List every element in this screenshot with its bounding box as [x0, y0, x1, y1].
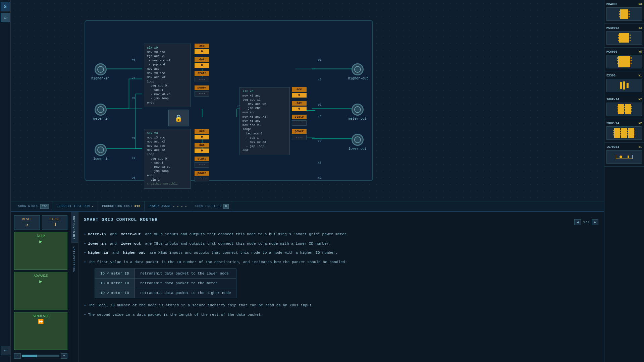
reset-button[interactable]: RESET ↺ — [14, 215, 40, 230]
step-button[interactable]: STEP ▶ — [14, 232, 67, 270]
200p14-name: 200P-14 — [606, 122, 619, 125]
info-bullets: meter-in and meter-out are XBus inputs a… — [84, 232, 598, 321]
dat-label-3: dat — [195, 143, 209, 147]
dx300-bar2 — [623, 81, 625, 89]
100p14-chip2 — [625, 104, 631, 114]
lc70g04-dot — [620, 156, 622, 158]
tab-information[interactable]: INFORMATION — [71, 212, 78, 242]
pause-icon: ⏸ — [52, 222, 57, 227]
power-label-1: power — [195, 85, 209, 90]
info-header: SMART GRID CONTROL ROUTER ◀ 1/1 ▶ — [84, 217, 598, 227]
table-cell-action-2: retransmit data packet to the meter — [135, 279, 236, 288]
mc4000x-name: MC4000X — [606, 26, 619, 30]
acc-value-1[interactable]: 0 — [195, 49, 209, 54]
acc-value-2[interactable]: 0 — [292, 93, 307, 98]
dx300-bar3 — [627, 83, 629, 88]
prev-page-button[interactable]: ◀ — [574, 219, 581, 225]
circuit-board: x0 x1 p0 x0 x1 p0 p1 p1 x3 x3 x3 x2 x2 x… — [85, 20, 373, 181]
show-wires-item[interactable]: SHOW WIRES TAB — [14, 201, 53, 211]
svg-text:x3: x3 — [318, 78, 322, 81]
table-cell-condition-3: ID > meter ID — [95, 288, 135, 298]
pause-button[interactable]: PAUSE ⏸ — [42, 215, 68, 230]
reset-pause-row: RESET ↺ PAUSE ⏸ — [14, 215, 67, 230]
lower-in-label: lower-in — [88, 157, 115, 161]
value-group-2: acc 0 dat 0 state ---- power ---- — [292, 87, 307, 140]
code-block-3: slx x3 mov x3 acc mov acc x2 mov x3 acc … — [144, 129, 191, 189]
component-mc4000x[interactable]: MC4000X ¥3 — [604, 24, 644, 48]
mc4000-name: MC4000 — [606, 3, 617, 6]
back-icon[interactable]: ↩ — [1, 346, 10, 355]
lc70g04-name: LC70G04 — [606, 145, 619, 149]
power-value-3: ---- — [195, 177, 209, 182]
right-sidebar: MC4000 ¥3 MC4000X ¥3 MC6000 ¥5 DX300 ¥1 — [604, 0, 644, 362]
dat-value-3[interactable]: 0 — [195, 148, 209, 153]
simulate-button[interactable]: SIMULATE ⏩ — [14, 312, 67, 350]
info-bullet-5: The local ID number of the node is store… — [84, 303, 598, 309]
mc4000x-chip — [619, 33, 629, 43]
higher-in-connector — [95, 63, 107, 75]
power-usage-v1: - — [173, 204, 175, 208]
200p14-visual — [606, 126, 642, 140]
advance-label: ADVANCE — [34, 274, 48, 278]
power-usage-label: POWER USAGE — [149, 204, 171, 208]
power-label-2: power — [292, 129, 307, 134]
dat-value-1[interactable]: 0 — [195, 63, 209, 68]
current-test-run-value: - — [92, 204, 94, 208]
dat-value-2[interactable]: 0 — [292, 107, 307, 111]
component-200p14[interactable]: 200P-14 ¥2 — [604, 119, 644, 143]
code-block-1: slx x0 mov x0 acc tgt acc x1 - mov acc x… — [144, 44, 191, 107]
advance-icon: ▶ — [39, 279, 42, 284]
speed-increase-button[interactable]: + — [61, 353, 67, 359]
speed-decrease-button[interactable]: - — [14, 353, 21, 359]
200p14-chip2 — [621, 128, 627, 138]
lower-out-label: lower-out — [344, 147, 371, 151]
show-profiler-label: SHOW PROFILER — [195, 204, 221, 208]
next-page-button[interactable]: ▶ — [592, 219, 598, 225]
svg-text:p0: p0 — [131, 176, 135, 180]
power-usage-v2: - — [177, 204, 179, 208]
svg-text:x3: x3 — [318, 161, 322, 165]
value-group-1: acc 0 dat 0 state ---- power ---- — [195, 44, 209, 97]
simulate-icon: ⏩ — [38, 319, 44, 324]
component-mc4000[interactable]: MC4000 ¥3 — [604, 0, 644, 24]
dat-label-1: dat — [195, 57, 209, 62]
info-title: SMART GRID CONTROL ROUTER — [84, 217, 158, 222]
state-value-3: ---- — [195, 162, 209, 168]
component-mc6000[interactable]: MC6000 ¥5 — [604, 48, 644, 71]
page-count: 1/1 — [583, 220, 590, 224]
component-lc70g04[interactable]: LC70G04 ¥1 — [604, 143, 644, 167]
power-value-2: ---- — [292, 135, 307, 140]
component-100p14[interactable]: 100P-14 ¥2 — [604, 95, 644, 119]
mc4000-chip — [620, 9, 628, 19]
speed-fill — [22, 355, 37, 357]
advance-button[interactable]: ADVANCE ▶ — [14, 272, 67, 310]
acc-value-3[interactable]: 0 — [195, 135, 209, 139]
mc6000-cost: ¥5 — [638, 50, 642, 54]
show-wires-label: SHOW WIRES — [18, 204, 38, 208]
lower-out-connector — [352, 134, 364, 146]
power-usage-v4: - — [185, 204, 187, 208]
power-usage-item: POWER USAGE - - - - — [145, 201, 191, 211]
200p14-chip1 — [614, 128, 620, 138]
info-panel: SMART GRID CONTROL ROUTER ◀ 1/1 ▶ meter-… — [78, 212, 604, 362]
higher-out-connector — [352, 63, 364, 75]
speed-bar — [22, 355, 59, 357]
lock-chip: 🔒 — [168, 110, 189, 126]
home-icon[interactable]: ⌂ — [1, 13, 10, 22]
info-bullet-6: The second value in a data packet is the… — [84, 312, 598, 318]
table-cell-action-3: retransmit data packet to the higher nod… — [135, 288, 236, 298]
state-label-1: state — [195, 71, 209, 76]
table-row: ID > meter ID retransmit data packet to … — [95, 288, 236, 298]
table-cell-action-1: retransmit data packet to the lower node — [135, 269, 236, 279]
dx300-name: DX300 — [606, 74, 615, 77]
acc-label-3: acc — [195, 129, 209, 134]
tab-verification[interactable]: VERIFICATION — [71, 242, 78, 275]
step-label: STEP — [37, 234, 45, 238]
component-dx300[interactable]: DX300 ¥1 — [604, 71, 644, 95]
svg-text:p0: p0 — [131, 97, 135, 100]
show-profiler-item[interactable]: SHOW PROFILER R — [191, 201, 233, 211]
show-wires-key: TAB — [40, 204, 49, 209]
lc70g04-cost: ¥1 — [638, 145, 642, 149]
svg-text:x2: x2 — [318, 140, 322, 143]
100p14-cost: ¥2 — [638, 98, 642, 101]
